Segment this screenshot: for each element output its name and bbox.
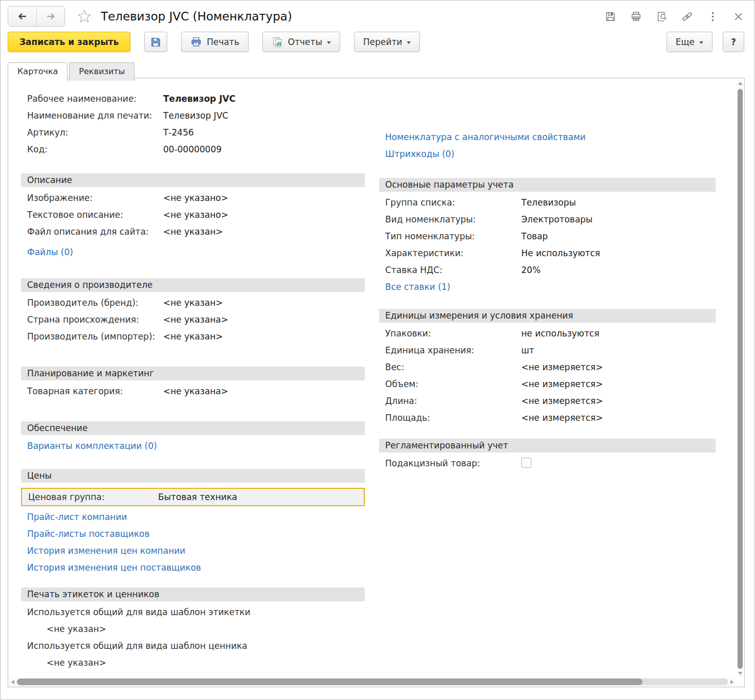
field-value[interactable]: Телевизор JVC bbox=[163, 110, 228, 121]
section-regulated: Регламентированный учет Подакцизный това… bbox=[379, 439, 716, 469]
field-label: Упаковки: bbox=[385, 328, 521, 339]
reports-button[interactable]: Отчеты bbox=[262, 32, 340, 52]
tab-card[interactable]: Карточка bbox=[8, 62, 68, 82]
horizontal-scroll-track[interactable] bbox=[17, 679, 728, 685]
horizontal-scrollbar[interactable] bbox=[9, 678, 736, 686]
scroll-right-arrow-icon[interactable] bbox=[730, 680, 734, 684]
save-icon[interactable] bbox=[605, 11, 616, 22]
right-column: Номенклатура с аналогичными свойствами Ш… bbox=[379, 93, 716, 676]
horizontal-scroll-thumb[interactable] bbox=[17, 679, 642, 685]
supplier-price-history-link[interactable]: История изменения цен поставщиков bbox=[21, 562, 365, 573]
vertical-scroll-thumb[interactable] bbox=[738, 89, 743, 669]
field-value[interactable]: <не измеряется> bbox=[521, 412, 603, 423]
section-label-printing: Печать этикеток и ценников Используется … bbox=[21, 588, 365, 668]
field-row-list-group: Группа списка: Телевизоры bbox=[379, 197, 716, 208]
section-header: Обеспечение bbox=[21, 421, 365, 435]
field-value[interactable]: 20% bbox=[521, 264, 541, 276]
field-row-item-kind: Вид номенклатуры: Электротовары bbox=[379, 214, 716, 225]
section-header: Регламентированный учет bbox=[379, 439, 716, 453]
card-content: Рабочее наименование: Телевизор JVC Наим… bbox=[9, 79, 736, 676]
field-value[interactable]: <не указан> bbox=[47, 623, 106, 635]
field-value[interactable]: <не измеряется> bbox=[521, 378, 603, 390]
tab-bar: Карточка Реквизиты bbox=[1, 62, 754, 82]
field-value[interactable]: Бытовая техника bbox=[158, 491, 237, 503]
vertical-scrollbar[interactable] bbox=[737, 79, 744, 677]
back-button[interactable] bbox=[8, 7, 36, 26]
field-label: Файл описания для сайта: bbox=[27, 226, 163, 237]
field-value[interactable]: <не указан> bbox=[163, 331, 223, 342]
link-icon[interactable] bbox=[681, 11, 693, 22]
field-value[interactable]: <не указан> bbox=[163, 297, 223, 308]
more-button[interactable]: Еще bbox=[667, 32, 713, 52]
barcodes-link[interactable]: Штрихкоды (0) bbox=[379, 148, 716, 160]
help-button[interactable]: ? bbox=[723, 32, 744, 52]
field-value[interactable]: <не указан> bbox=[163, 226, 223, 237]
field-value[interactable]: Товар bbox=[521, 231, 548, 242]
more-vertical-icon[interactable] bbox=[707, 11, 719, 22]
print-icon[interactable] bbox=[630, 11, 642, 22]
similar-items-link[interactable]: Номенклатура с аналогичными свойствами bbox=[379, 131, 716, 143]
scroll-down-arrow-icon[interactable] bbox=[738, 672, 742, 675]
pricetag-template-text: Используется общий для вида шаблон ценни… bbox=[21, 640, 365, 651]
section-header: Основные параметры учета bbox=[379, 178, 716, 192]
field-value[interactable]: шт bbox=[521, 345, 534, 356]
field-row-excisable: Подакцизный товар: bbox=[379, 458, 716, 469]
print-button[interactable]: Печать bbox=[181, 32, 249, 52]
field-value[interactable]: не используются bbox=[521, 328, 599, 339]
print-button-label: Печать bbox=[207, 37, 239, 47]
field-value[interactable]: <не указана> bbox=[163, 314, 228, 325]
field-value[interactable]: Не используются bbox=[521, 247, 600, 259]
section-header: Описание bbox=[21, 173, 365, 187]
field-row-item-type: Тип номенклатуры: Товар bbox=[379, 231, 716, 242]
field-row-working-name: Рабочее наименование: Телевизор JVC bbox=[21, 93, 365, 104]
forward-button[interactable] bbox=[36, 7, 64, 26]
field-label: Рабочее наименование: bbox=[27, 93, 163, 104]
field-value[interactable]: <не измеряется> bbox=[521, 395, 603, 407]
field-value[interactable]: <не указано> bbox=[163, 192, 228, 204]
preview-icon[interactable] bbox=[656, 11, 668, 22]
scroll-left-arrow-icon[interactable] bbox=[11, 680, 14, 684]
goto-button[interactable]: Перейти bbox=[354, 32, 420, 52]
files-link[interactable]: Файлы (0) bbox=[21, 246, 365, 258]
section-units: Единицы измерения и условия хранения Упа… bbox=[379, 309, 716, 423]
field-row-length: Длина: <не измеряется> bbox=[379, 395, 716, 407]
save-close-button[interactable]: Записать и закрыть bbox=[8, 32, 130, 52]
field-value[interactable]: Телевизор JVC bbox=[163, 93, 235, 104]
field-label: Производитель (импортер): bbox=[27, 331, 163, 342]
supplier-pricelists-link[interactable]: Прайс-листы поставщиков bbox=[21, 528, 365, 539]
kit-variants-link[interactable]: Варианты комплектации (0) bbox=[21, 440, 365, 451]
field-row-code: Код: 00-00000009 bbox=[21, 144, 365, 155]
field-label: Характеристики: bbox=[385, 247, 521, 259]
field-value[interactable]: <не указан> bbox=[47, 657, 106, 668]
field-row-importer: Производитель (импортер): <не указан> bbox=[21, 331, 365, 342]
price-group-row[interactable]: Ценовая группа: Бытовая техника bbox=[21, 488, 365, 506]
tab-details[interactable]: Реквизиты bbox=[69, 62, 135, 81]
more-button-label: Еще bbox=[676, 37, 695, 47]
field-label: Длина: bbox=[385, 395, 521, 407]
field-value[interactable]: Электротовары bbox=[521, 214, 593, 225]
field-row-category: Товарная категория: <не указана> bbox=[21, 386, 365, 397]
company-pricelist-link[interactable]: Прайс-лист компании bbox=[21, 511, 365, 523]
nomenclature-card-window: Телевизор JVC (Номенклатура) bbox=[0, 0, 755, 700]
save-button[interactable] bbox=[144, 32, 167, 52]
field-value[interactable]: Телевизоры bbox=[521, 197, 576, 208]
field-label: Подакцизный товар: bbox=[385, 458, 521, 469]
excisable-checkbox[interactable] bbox=[521, 458, 531, 468]
field-value[interactable]: <не указано> bbox=[163, 209, 228, 220]
field-value[interactable]: 00-00000009 bbox=[163, 144, 221, 155]
all-rates-link[interactable]: Все ставки (1) bbox=[379, 281, 716, 292]
company-price-history-link[interactable]: История изменения цен компании bbox=[21, 545, 365, 556]
scroll-up-arrow-icon[interactable] bbox=[738, 82, 742, 85]
field-value[interactable]: <не указана> bbox=[163, 386, 228, 397]
field-row-print-name: Наименование для печати: Телевизор JVC bbox=[21, 110, 365, 121]
field-value[interactable]: Т-2456 bbox=[163, 127, 194, 138]
close-icon[interactable] bbox=[732, 11, 744, 22]
label-template-text: Используется общий для вида шаблон этике… bbox=[21, 606, 365, 618]
field-label: Тип номенклатуры: bbox=[385, 231, 521, 242]
field-row-article: Артикул: Т-2456 bbox=[21, 127, 365, 138]
field-value[interactable]: <не измеряется> bbox=[521, 362, 603, 373]
favorite-star-icon[interactable] bbox=[76, 8, 93, 25]
section-header: Планирование и маркетинг bbox=[21, 367, 365, 380]
field-label: Ценовая группа: bbox=[28, 491, 158, 503]
field-row-text-description: Текстовое описание: <не указано> bbox=[21, 209, 365, 220]
